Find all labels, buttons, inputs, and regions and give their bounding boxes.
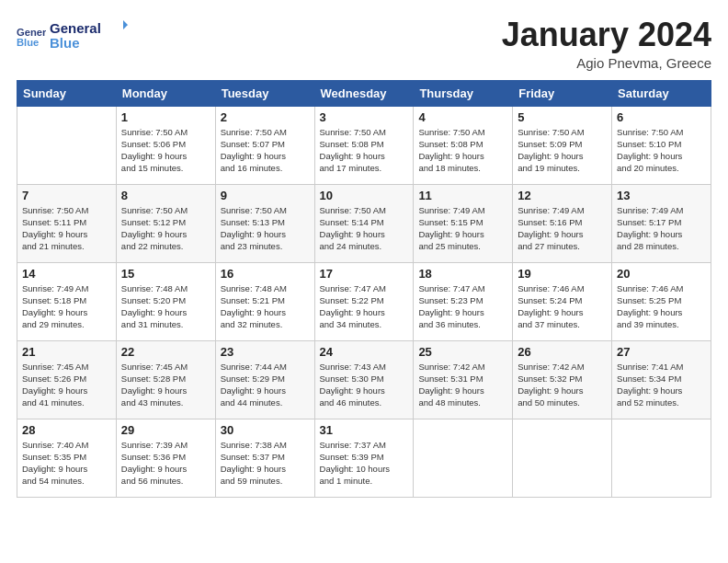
day-number: 14 xyxy=(22,267,111,281)
week-row-4: 21Sunrise: 7:45 AM Sunset: 5:26 PM Dayli… xyxy=(17,340,711,419)
logo-icon: General Blue xyxy=(17,21,46,51)
day-info: Sunrise: 7:49 AM Sunset: 5:16 PM Dayligh… xyxy=(518,204,607,253)
table-row: 10Sunrise: 7:50 AM Sunset: 5:14 PM Dayli… xyxy=(314,184,414,262)
day-number: 24 xyxy=(320,345,409,359)
day-info: Sunrise: 7:50 AM Sunset: 5:13 PM Dayligh… xyxy=(221,204,310,253)
day-number: 3 xyxy=(320,110,409,124)
table-row: 5Sunrise: 7:50 AM Sunset: 5:09 PM Daylig… xyxy=(513,106,612,184)
day-number: 1 xyxy=(121,110,210,124)
day-info: Sunrise: 7:46 AM Sunset: 5:25 PM Dayligh… xyxy=(617,282,706,331)
day-info: Sunrise: 7:39 AM Sunset: 5:36 PM Dayligh… xyxy=(121,439,210,488)
day-info: Sunrise: 7:45 AM Sunset: 5:28 PM Dayligh… xyxy=(121,361,210,409)
week-row-3: 14Sunrise: 7:49 AM Sunset: 5:18 PM Dayli… xyxy=(17,262,711,340)
svg-text:Blue: Blue xyxy=(17,37,39,48)
day-info: Sunrise: 7:44 AM Sunset: 5:29 PM Dayligh… xyxy=(221,361,310,409)
table-row: 22Sunrise: 7:45 AM Sunset: 5:28 PM Dayli… xyxy=(116,340,215,419)
col-thursday: Thursday xyxy=(414,80,513,106)
day-number: 10 xyxy=(320,189,409,202)
day-info: Sunrise: 7:42 AM Sunset: 5:32 PM Dayligh… xyxy=(518,361,607,409)
table-row: 28Sunrise: 7:40 AM Sunset: 5:35 PM Dayli… xyxy=(17,419,117,497)
table-row: 17Sunrise: 7:47 AM Sunset: 5:22 PM Dayli… xyxy=(314,262,414,340)
table-row: 14Sunrise: 7:49 AM Sunset: 5:18 PM Dayli… xyxy=(17,262,117,340)
title-block: January 2024 Agio Pnevma, Greece xyxy=(502,17,711,71)
calendar-title: January 2024 xyxy=(502,17,711,53)
table-row: 8Sunrise: 7:50 AM Sunset: 5:12 PM Daylig… xyxy=(116,184,215,262)
day-info: Sunrise: 7:47 AM Sunset: 5:22 PM Dayligh… xyxy=(320,282,409,331)
logo: General Blue General Blue xyxy=(17,17,132,55)
day-info: Sunrise: 7:42 AM Sunset: 5:31 PM Dayligh… xyxy=(418,361,507,409)
day-number: 2 xyxy=(221,110,310,124)
calendar-table: Sunday Monday Tuesday Wednesday Thursday… xyxy=(17,80,711,498)
day-number: 27 xyxy=(617,345,706,359)
day-number: 8 xyxy=(121,189,210,202)
day-info: Sunrise: 7:43 AM Sunset: 5:30 PM Dayligh… xyxy=(320,361,409,409)
day-number: 19 xyxy=(518,267,607,281)
table-row: 11Sunrise: 7:49 AM Sunset: 5:15 PM Dayli… xyxy=(414,184,513,262)
day-number: 12 xyxy=(518,189,607,202)
day-number: 22 xyxy=(121,345,210,359)
table-row: 21Sunrise: 7:45 AM Sunset: 5:26 PM Dayli… xyxy=(17,340,117,419)
table-row: 25Sunrise: 7:42 AM Sunset: 5:31 PM Dayli… xyxy=(414,340,513,419)
table-row: 24Sunrise: 7:43 AM Sunset: 5:30 PM Dayli… xyxy=(314,340,414,419)
day-info: Sunrise: 7:50 AM Sunset: 5:06 PM Dayligh… xyxy=(121,126,210,175)
day-number: 20 xyxy=(617,267,706,281)
logo-svg: General Blue xyxy=(50,17,132,52)
header: General Blue General Blue January 2024 A… xyxy=(17,17,711,71)
table-row: 23Sunrise: 7:44 AM Sunset: 5:29 PM Dayli… xyxy=(215,340,314,419)
day-number: 5 xyxy=(518,110,607,124)
header-row: Sunday Monday Tuesday Wednesday Thursday… xyxy=(17,80,711,106)
day-number: 4 xyxy=(418,110,507,124)
table-row xyxy=(513,419,612,497)
day-number: 31 xyxy=(320,423,409,437)
col-monday: Monday xyxy=(116,80,215,106)
calendar-subtitle: Agio Pnevma, Greece xyxy=(502,55,711,71)
table-row: 31Sunrise: 7:37 AM Sunset: 5:39 PM Dayli… xyxy=(314,419,414,497)
table-row: 2Sunrise: 7:50 AM Sunset: 5:07 PM Daylig… xyxy=(215,106,314,184)
day-info: Sunrise: 7:50 AM Sunset: 5:07 PM Dayligh… xyxy=(221,126,310,175)
table-row: 26Sunrise: 7:42 AM Sunset: 5:32 PM Dayli… xyxy=(513,340,612,419)
col-tuesday: Tuesday xyxy=(215,80,314,106)
table-row xyxy=(17,106,117,184)
table-row: 6Sunrise: 7:50 AM Sunset: 5:10 PM Daylig… xyxy=(612,106,711,184)
day-number: 18 xyxy=(418,267,507,281)
day-number: 13 xyxy=(617,189,706,202)
day-number: 25 xyxy=(418,345,507,359)
day-info: Sunrise: 7:50 AM Sunset: 5:12 PM Dayligh… xyxy=(121,204,210,253)
table-row: 29Sunrise: 7:39 AM Sunset: 5:36 PM Dayli… xyxy=(116,419,215,497)
day-number: 29 xyxy=(121,423,210,437)
day-info: Sunrise: 7:50 AM Sunset: 5:09 PM Dayligh… xyxy=(518,126,607,175)
day-number: 16 xyxy=(221,267,310,281)
table-row xyxy=(414,419,513,497)
day-number: 6 xyxy=(617,110,706,124)
week-row-2: 7Sunrise: 7:50 AM Sunset: 5:11 PM Daylig… xyxy=(17,184,711,262)
day-info: Sunrise: 7:37 AM Sunset: 5:39 PM Dayligh… xyxy=(320,439,409,488)
week-row-5: 28Sunrise: 7:40 AM Sunset: 5:35 PM Dayli… xyxy=(17,419,711,497)
day-number: 7 xyxy=(22,189,111,202)
svg-text:Blue: Blue xyxy=(50,35,80,51)
day-number: 30 xyxy=(221,423,310,437)
table-row: 4Sunrise: 7:50 AM Sunset: 5:08 PM Daylig… xyxy=(414,106,513,184)
day-number: 28 xyxy=(22,423,111,437)
day-info: Sunrise: 7:50 AM Sunset: 5:10 PM Dayligh… xyxy=(617,126,706,175)
table-row: 12Sunrise: 7:49 AM Sunset: 5:16 PM Dayli… xyxy=(513,184,612,262)
table-row: 20Sunrise: 7:46 AM Sunset: 5:25 PM Dayli… xyxy=(612,262,711,340)
table-row: 30Sunrise: 7:38 AM Sunset: 5:37 PM Dayli… xyxy=(215,419,314,497)
day-info: Sunrise: 7:48 AM Sunset: 5:20 PM Dayligh… xyxy=(121,282,210,331)
table-row: 13Sunrise: 7:49 AM Sunset: 5:17 PM Dayli… xyxy=(612,184,711,262)
svg-marker-5 xyxy=(123,20,132,29)
day-info: Sunrise: 7:38 AM Sunset: 5:37 PM Dayligh… xyxy=(221,439,310,488)
col-saturday: Saturday xyxy=(612,80,711,106)
day-info: Sunrise: 7:45 AM Sunset: 5:26 PM Dayligh… xyxy=(22,361,111,409)
table-row: 3Sunrise: 7:50 AM Sunset: 5:08 PM Daylig… xyxy=(314,106,414,184)
day-info: Sunrise: 7:40 AM Sunset: 5:35 PM Dayligh… xyxy=(22,439,111,488)
day-info: Sunrise: 7:41 AM Sunset: 5:34 PM Dayligh… xyxy=(617,361,706,409)
table-row: 16Sunrise: 7:48 AM Sunset: 5:21 PM Dayli… xyxy=(215,262,314,340)
day-number: 23 xyxy=(221,345,310,359)
table-row: 27Sunrise: 7:41 AM Sunset: 5:34 PM Dayli… xyxy=(612,340,711,419)
table-row: 1Sunrise: 7:50 AM Sunset: 5:06 PM Daylig… xyxy=(116,106,215,184)
day-info: Sunrise: 7:50 AM Sunset: 5:11 PM Dayligh… xyxy=(22,204,111,253)
page: General Blue General Blue January 2024 A… xyxy=(0,0,728,563)
day-info: Sunrise: 7:49 AM Sunset: 5:18 PM Dayligh… xyxy=(22,282,111,331)
day-info: Sunrise: 7:50 AM Sunset: 5:14 PM Dayligh… xyxy=(320,204,409,253)
table-row: 18Sunrise: 7:47 AM Sunset: 5:23 PM Dayli… xyxy=(414,262,513,340)
